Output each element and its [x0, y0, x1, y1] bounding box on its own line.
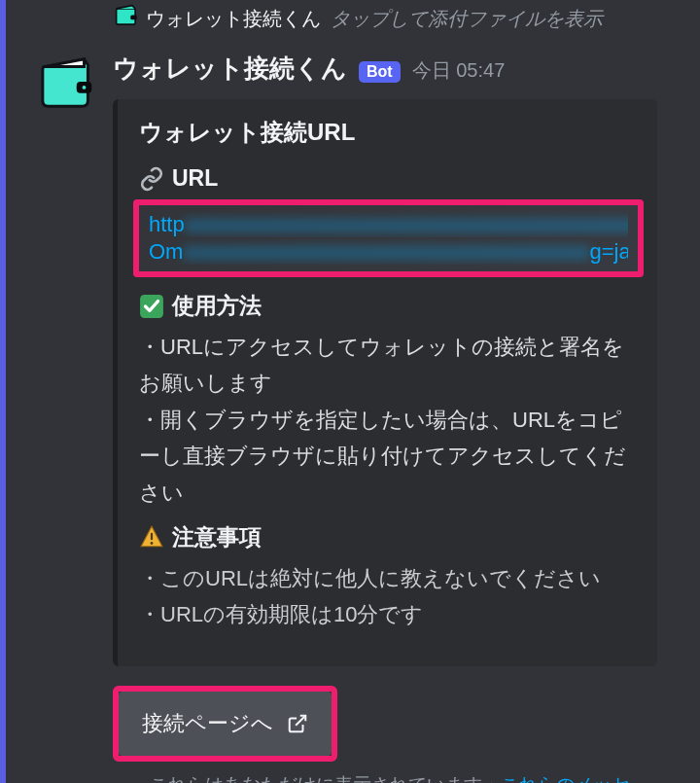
url-label: URL [172, 165, 218, 192]
warning-icon [139, 524, 164, 550]
reply-username: ウォレット接続くん [146, 6, 321, 32]
caution-body: ・このURLは絶対に他人に教えないでください ・URLの有効期限は10分です [139, 560, 638, 633]
svg-point-6 [151, 543, 154, 546]
svg-rect-1 [130, 15, 137, 19]
message-username[interactable]: ウォレット接続くん [113, 52, 347, 86]
caution-label: 注意事項 [172, 522, 262, 552]
svg-rect-5 [151, 533, 153, 541]
button-label: 接続ページへ [142, 709, 273, 738]
bot-avatar[interactable] [39, 53, 99, 114]
embed-card: ウォレット接続URL URL httpxxxxxxxxxxxxxxxxxxxxx… [113, 99, 657, 666]
bot-badge: Bot [359, 61, 401, 83]
message-timestamp: 今日 05:47 [412, 57, 506, 84]
reply-preview[interactable]: ウォレット接続くん タップして添付ファイルを表示 [6, 0, 700, 38]
reply-subtitle: タップして添付ファイルを表示 [331, 6, 603, 32]
howto-body: ・URLにアクセスしてウォレットの接続と署名をお願いします ・開くブラウザを指定… [139, 329, 638, 511]
url-fragment-end: g=ja [589, 239, 628, 265]
open-connect-page-button[interactable]: 接続ページへ [119, 692, 332, 756]
svg-point-3 [83, 86, 87, 89]
howto-label: 使用方法 [172, 291, 262, 321]
link-icon [139, 166, 164, 192]
url-link-highlight[interactable]: httpxxxxxxxxxxxxxxxxxxxxxxxxxxxxxxxxxxxx… [133, 199, 644, 277]
checkmark-icon [139, 294, 164, 319]
wallet-small-icon [115, 4, 140, 29]
button-highlight: 接続ページへ [113, 686, 337, 762]
url-fragment-start: http [149, 212, 185, 237]
external-link-icon [287, 713, 308, 734]
embed-title: ウォレット接続URL [139, 117, 638, 148]
ephemeral-text: これらはあなただけに表示されています・ [150, 774, 501, 783]
